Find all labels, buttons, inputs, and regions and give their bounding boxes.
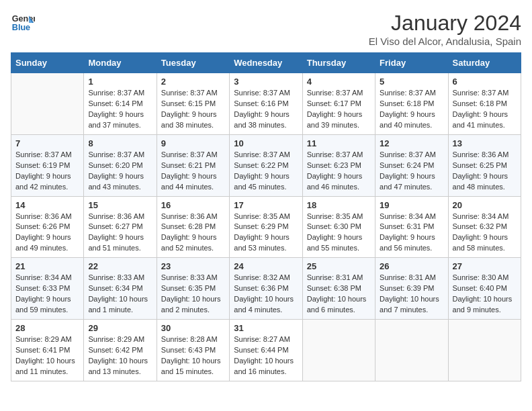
calendar-cell: 6Sunrise: 8:37 AM Sunset: 6:18 PM Daylig… (448, 73, 521, 135)
day-number: 4 (307, 77, 371, 87)
day-info: Sunrise: 8:36 AM Sunset: 6:27 PM Dayligh… (88, 212, 152, 255)
calendar-header: SundayMondayTuesdayWednesdayThursdayFrid… (11, 53, 521, 73)
day-of-week-header: Tuesday (157, 53, 229, 73)
day-number: 1 (88, 77, 152, 87)
calendar-cell: 1Sunrise: 8:37 AM Sunset: 6:14 PM Daylig… (84, 73, 157, 135)
day-number: 20 (453, 200, 517, 210)
calendar-cell: 17Sunrise: 8:35 AM Sunset: 6:29 PM Dayli… (230, 196, 302, 258)
day-number: 16 (161, 200, 225, 210)
day-info: Sunrise: 8:34 AM Sunset: 6:33 PM Dayligh… (15, 273, 79, 316)
day-info: Sunrise: 8:34 AM Sunset: 6:32 PM Dayligh… (453, 212, 517, 255)
day-info: Sunrise: 8:37 AM Sunset: 6:18 PM Dayligh… (453, 88, 517, 131)
day-number: 19 (380, 200, 443, 210)
day-number: 13 (453, 138, 517, 148)
day-info: Sunrise: 8:37 AM Sunset: 6:15 PM Dayligh… (161, 88, 225, 131)
day-number: 21 (15, 261, 79, 271)
day-info: Sunrise: 8:29 AM Sunset: 6:42 PM Dayligh… (88, 334, 152, 377)
calendar-cell: 28Sunrise: 8:29 AM Sunset: 6:41 PM Dayli… (11, 320, 84, 381)
calendar-cell: 9Sunrise: 8:37 AM Sunset: 6:21 PM Daylig… (157, 134, 229, 196)
day-info: Sunrise: 8:37 AM Sunset: 6:14 PM Dayligh… (88, 88, 152, 131)
calendar-cell: 4Sunrise: 8:37 AM Sunset: 6:17 PM Daylig… (302, 73, 375, 135)
day-number: 7 (15, 138, 79, 148)
day-info: Sunrise: 8:29 AM Sunset: 6:41 PM Dayligh… (15, 334, 79, 377)
day-info: Sunrise: 8:33 AM Sunset: 6:35 PM Dayligh… (161, 273, 225, 316)
logo: General Blue (11, 11, 35, 35)
day-info: Sunrise: 8:37 AM Sunset: 6:18 PM Dayligh… (380, 88, 443, 131)
calendar-cell: 20Sunrise: 8:34 AM Sunset: 6:32 PM Dayli… (448, 196, 521, 258)
calendar-week-row: 21Sunrise: 8:34 AM Sunset: 6:33 PM Dayli… (11, 258, 521, 320)
day-number: 24 (234, 261, 298, 271)
calendar-cell (375, 320, 448, 381)
calendar-cell: 15Sunrise: 8:36 AM Sunset: 6:27 PM Dayli… (84, 196, 157, 258)
calendar-cell: 21Sunrise: 8:34 AM Sunset: 6:33 PM Dayli… (11, 258, 84, 320)
calendar-cell: 16Sunrise: 8:36 AM Sunset: 6:28 PM Dayli… (157, 196, 229, 258)
day-info: Sunrise: 8:33 AM Sunset: 6:34 PM Dayligh… (88, 273, 152, 316)
calendar-cell: 5Sunrise: 8:37 AM Sunset: 6:18 PM Daylig… (375, 73, 448, 135)
calendar-week-row: 7Sunrise: 8:37 AM Sunset: 6:19 PM Daylig… (11, 134, 521, 196)
day-number: 3 (234, 77, 298, 87)
calendar-cell: 11Sunrise: 8:37 AM Sunset: 6:23 PM Dayli… (302, 134, 375, 196)
day-info: Sunrise: 8:30 AM Sunset: 6:40 PM Dayligh… (453, 273, 517, 316)
day-number: 25 (307, 261, 371, 271)
logo-icon: General Blue (11, 11, 35, 35)
calendar-week-row: 28Sunrise: 8:29 AM Sunset: 6:41 PM Dayli… (11, 320, 521, 381)
day-number: 9 (161, 138, 225, 148)
day-number: 31 (234, 323, 298, 333)
day-info: Sunrise: 8:37 AM Sunset: 6:24 PM Dayligh… (380, 150, 443, 193)
day-info: Sunrise: 8:37 AM Sunset: 6:23 PM Dayligh… (307, 150, 371, 193)
day-number: 2 (161, 77, 225, 87)
day-info: Sunrise: 8:37 AM Sunset: 6:22 PM Dayligh… (234, 150, 298, 193)
day-info: Sunrise: 8:32 AM Sunset: 6:36 PM Dayligh… (234, 273, 298, 316)
calendar-cell: 23Sunrise: 8:33 AM Sunset: 6:35 PM Dayli… (157, 258, 229, 320)
day-number: 28 (15, 323, 79, 333)
subtitle: El Viso del Alcor, Andalusia, Spain (369, 36, 521, 47)
day-number: 11 (307, 138, 371, 148)
day-number: 6 (453, 77, 517, 87)
calendar-cell: 10Sunrise: 8:37 AM Sunset: 6:22 PM Dayli… (230, 134, 302, 196)
calendar-header-row: SundayMondayTuesdayWednesdayThursdayFrid… (11, 53, 521, 73)
day-number: 22 (88, 261, 152, 271)
day-info: Sunrise: 8:37 AM Sunset: 6:20 PM Dayligh… (88, 150, 152, 193)
calendar-week-row: 1Sunrise: 8:37 AM Sunset: 6:14 PM Daylig… (11, 73, 521, 135)
day-info: Sunrise: 8:34 AM Sunset: 6:31 PM Dayligh… (380, 212, 443, 255)
svg-text:Blue: Blue (12, 23, 30, 32)
calendar-cell: 2Sunrise: 8:37 AM Sunset: 6:15 PM Daylig… (157, 73, 229, 135)
day-number: 12 (380, 138, 443, 148)
calendar-cell: 25Sunrise: 8:31 AM Sunset: 6:38 PM Dayli… (302, 258, 375, 320)
calendar-cell: 7Sunrise: 8:37 AM Sunset: 6:19 PM Daylig… (11, 134, 84, 196)
day-info: Sunrise: 8:31 AM Sunset: 6:38 PM Dayligh… (307, 273, 371, 316)
day-info: Sunrise: 8:37 AM Sunset: 6:21 PM Dayligh… (161, 150, 225, 193)
day-number: 14 (15, 200, 79, 210)
calendar-body: 1Sunrise: 8:37 AM Sunset: 6:14 PM Daylig… (11, 73, 521, 381)
day-info: Sunrise: 8:35 AM Sunset: 6:29 PM Dayligh… (234, 212, 298, 255)
day-info: Sunrise: 8:36 AM Sunset: 6:25 PM Dayligh… (453, 150, 517, 193)
day-of-week-header: Monday (84, 53, 157, 73)
day-info: Sunrise: 8:28 AM Sunset: 6:43 PM Dayligh… (161, 334, 225, 377)
calendar-cell: 8Sunrise: 8:37 AM Sunset: 6:20 PM Daylig… (84, 134, 157, 196)
calendar-cell (448, 320, 521, 381)
calendar-week-row: 14Sunrise: 8:36 AM Sunset: 6:26 PM Dayli… (11, 196, 521, 258)
calendar-cell (302, 320, 375, 381)
day-number: 27 (453, 261, 517, 271)
calendar-cell: 19Sunrise: 8:34 AM Sunset: 6:31 PM Dayli… (375, 196, 448, 258)
day-of-week-header: Saturday (448, 53, 521, 73)
day-info: Sunrise: 8:37 AM Sunset: 6:16 PM Dayligh… (234, 88, 298, 131)
day-of-week-header: Thursday (302, 53, 375, 73)
day-number: 29 (88, 323, 152, 333)
page-header: General Blue January 2024 El Viso del Al… (11, 11, 521, 47)
calendar-cell: 26Sunrise: 8:31 AM Sunset: 6:39 PM Dayli… (375, 258, 448, 320)
calendar-cell: 31Sunrise: 8:27 AM Sunset: 6:44 PM Dayli… (230, 320, 302, 381)
day-number: 23 (161, 261, 225, 271)
calendar-cell: 24Sunrise: 8:32 AM Sunset: 6:36 PM Dayli… (230, 258, 302, 320)
day-info: Sunrise: 8:36 AM Sunset: 6:28 PM Dayligh… (161, 212, 225, 255)
day-of-week-header: Friday (375, 53, 448, 73)
day-info: Sunrise: 8:35 AM Sunset: 6:30 PM Dayligh… (307, 212, 371, 255)
day-of-week-header: Sunday (11, 53, 84, 73)
day-number: 17 (234, 200, 298, 210)
calendar-cell: 30Sunrise: 8:28 AM Sunset: 6:43 PM Dayli… (157, 320, 229, 381)
day-number: 8 (88, 138, 152, 148)
calendar-cell: 27Sunrise: 8:30 AM Sunset: 6:40 PM Dayli… (448, 258, 521, 320)
calendar-cell: 13Sunrise: 8:36 AM Sunset: 6:25 PM Dayli… (448, 134, 521, 196)
calendar-cell: 3Sunrise: 8:37 AM Sunset: 6:16 PM Daylig… (230, 73, 302, 135)
main-title: January 2024 (369, 11, 521, 36)
